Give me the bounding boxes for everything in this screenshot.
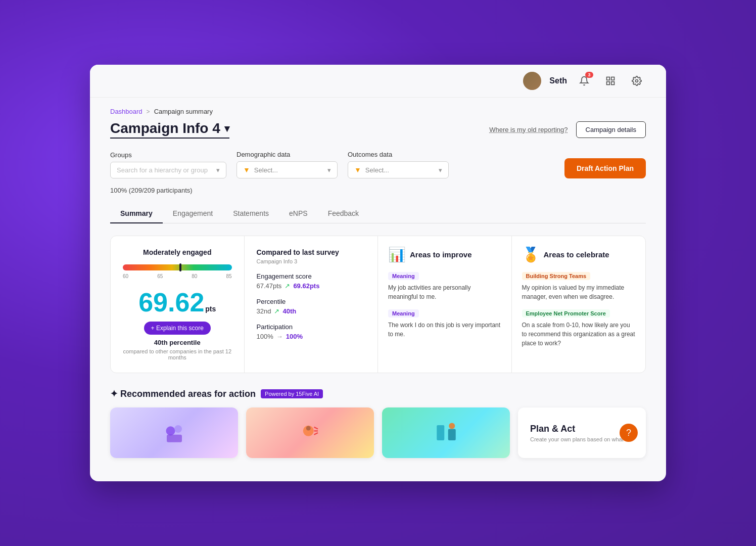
plan-title: Plan & Act	[530, 424, 634, 434]
areas-celebrate-header: 🏅 Areas to celebrate	[522, 246, 636, 263]
card-illustration-2	[295, 418, 325, 448]
tab-statements[interactable]: Statements	[223, 204, 279, 223]
svg-rect-3	[611, 82, 615, 85]
percentile-arrow-icon: ↗	[274, 307, 279, 315]
comparison-col: Compared to last survey Campaign Info 3 …	[245, 236, 379, 373]
user-name: Seth	[549, 76, 567, 85]
groups-chevron-icon: ▾	[216, 166, 220, 174]
percentile-text: 40th percentile	[154, 339, 201, 346]
recommended-title: ✦ Recommended areas for action Powered b…	[110, 388, 646, 399]
card-illustration-3	[431, 418, 461, 448]
app-header: Seth 3	[90, 65, 666, 98]
celebrate-badge-2: Employee Net Promoter Score	[522, 309, 610, 317]
filters-row: Groups Search for a hierarchy or group ▾…	[110, 151, 646, 178]
outcomes-select[interactable]: ▼ Select... ▾	[348, 161, 449, 178]
breadcrumb-current: Campaign summary	[154, 108, 213, 115]
groups-select[interactable]: Search for a hierarchy or group ▾	[110, 162, 226, 178]
outcomes-filter-icon: ▼	[354, 166, 361, 174]
celebrate-badge-1: Building Strong Teams	[522, 272, 591, 280]
score-label-60: 60	[123, 274, 128, 279]
action-cards-row: Plan & Act Create your own plans based o…	[110, 407, 646, 458]
participation-metric: Participation 100% → 100%	[257, 323, 366, 340]
areas-celebrate-col: 🏅 Areas to celebrate Building Strong Tea…	[512, 236, 646, 373]
settings-button[interactable]	[628, 72, 646, 90]
engagement-arrow-icon: ↗	[285, 282, 290, 290]
action-card-1[interactable]	[110, 407, 238, 458]
groups-filter-group: Groups Search for a hierarchy or group ▾	[110, 151, 226, 178]
tab-feedback[interactable]: Feedback	[318, 204, 369, 223]
filter-icon: ▼	[243, 166, 250, 174]
outcomes-chevron-icon: ▾	[439, 166, 442, 174]
engagement-score-col: Moderately engaged 60 65 80 85 69.62 pts	[111, 236, 245, 373]
summary-grid: Moderately engaged 60 65 80 85 69.62 pts	[110, 236, 646, 373]
improve-badge-2: Meaning	[388, 309, 419, 317]
celebrate-item-1: Building Strong Teams My opinion is valu…	[522, 271, 636, 301]
tabs-row: Summary Engagement Statements eNPS Feedb…	[110, 204, 646, 223]
old-reporting-link[interactable]: Where is my old reporting?	[489, 126, 568, 133]
areas-improve-title: Areas to improve	[410, 250, 472, 259]
header-right: Seth 3	[523, 72, 646, 90]
avatar	[523, 72, 541, 90]
breadcrumb-home[interactable]: Dashboard	[110, 108, 143, 115]
plan-card: Plan & Act Create your own plans based o…	[518, 407, 646, 458]
header-actions: Where is my old reporting? Campaign deta…	[489, 121, 646, 138]
notification-button[interactable]: 3	[575, 72, 593, 90]
svg-point-6	[174, 425, 182, 433]
svg-rect-7	[167, 435, 182, 442]
percentile-metric: Percentile 32nd ↗ 40th	[257, 298, 366, 315]
score-label-65: 65	[157, 274, 163, 279]
celebrate-text-1: My opinion is valued by my immediate man…	[522, 283, 636, 301]
tab-engagement[interactable]: Engagement	[163, 204, 223, 223]
improve-item-2: Meaning The work I do on this job is ver…	[388, 308, 501, 339]
action-card-3[interactable]	[382, 407, 510, 458]
score-label-85: 85	[226, 274, 231, 279]
comparison-title: Compared to last survey	[257, 248, 366, 256]
card-image-2	[246, 407, 374, 458]
pts-label: pts	[205, 305, 216, 313]
score-label-80: 80	[192, 274, 197, 279]
demographic-select[interactable]: ▼ Select... ▾	[237, 161, 338, 178]
svg-rect-2	[607, 82, 610, 85]
areas-improve-col: 📊 Areas to improve Meaning My job activi…	[378, 236, 512, 373]
main-content: Dashboard > Campaign summary Campaign In…	[90, 98, 666, 481]
tab-summary[interactable]: Summary	[110, 204, 163, 223]
tab-enps[interactable]: eNPS	[279, 204, 318, 223]
improve-text-1: My job activities are personally meaning…	[388, 283, 501, 301]
svg-rect-14	[448, 429, 455, 441]
demographic-label: Demographic data	[237, 151, 338, 158]
demographic-filter-group: Demographic data ▼ Select... ▾	[237, 151, 338, 178]
improve-badge-1: Meaning	[388, 272, 419, 280]
svg-rect-13	[437, 425, 444, 440]
help-button[interactable]: ?	[620, 424, 638, 442]
areas-improve-header: 📊 Areas to improve	[388, 246, 501, 263]
recommended-section: ✦ Recommended areas for action Powered b…	[110, 388, 646, 458]
areas-celebrate-title: Areas to celebrate	[544, 250, 609, 259]
notification-badge: 3	[585, 72, 593, 78]
svg-point-4	[636, 80, 638, 82]
areas-improve-icon: 📊	[388, 246, 406, 263]
svg-line-11	[314, 433, 318, 435]
grid-button[interactable]	[601, 72, 620, 90]
page-title-row: Campaign Info 4 ▾ Where is my old report…	[110, 120, 646, 139]
participants-text: 100% (209/209 participants)	[110, 187, 646, 194]
draft-action-plan-button[interactable]: Draft Action Plan	[564, 158, 646, 178]
outcomes-filter-group: Outcomes data ▼ Select... ▾	[348, 151, 449, 178]
demographic-placeholder: Select...	[254, 166, 278, 174]
score-bar	[123, 264, 232, 270]
action-card-2[interactable]	[246, 407, 374, 458]
svg-point-5	[166, 426, 175, 435]
page-title: Campaign Info 4 ▾	[110, 120, 229, 139]
celebrate-text-2: On a scale from 0-10, how likely are you…	[522, 321, 636, 348]
title-dropdown-arrow[interactable]: ▾	[224, 122, 229, 134]
plan-desc: Create your own plans based on what	[530, 436, 634, 442]
card-image-1	[110, 407, 238, 458]
outcomes-placeholder: Select...	[365, 166, 389, 174]
svg-point-12	[306, 426, 310, 431]
groups-label: Groups	[110, 151, 226, 159]
score-indicator	[179, 263, 181, 271]
areas-celebrate-icon: 🏅	[522, 246, 540, 263]
campaign-details-button[interactable]: Campaign details	[576, 121, 646, 138]
big-score: 69.62	[138, 289, 204, 315]
svg-point-15	[449, 423, 455, 429]
explain-score-button[interactable]: + Explain this score	[144, 322, 211, 335]
